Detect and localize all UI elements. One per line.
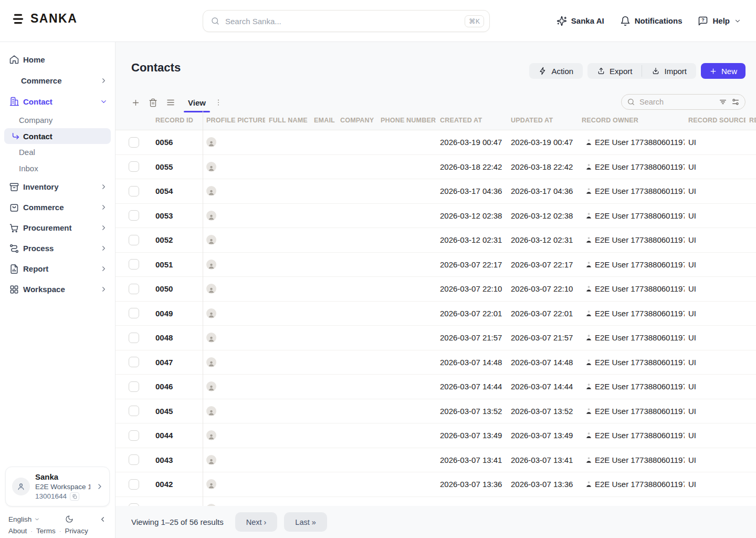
sidebar-item-process[interactable]: Process [0, 238, 115, 258]
table-row[interactable]: 0050 2026-03-07 22:10 2026-03-07 22:10 E… [116, 277, 756, 302]
list-view-icon[interactable] [166, 98, 175, 107]
row-checkbox[interactable] [129, 186, 139, 196]
table-row[interactable]: 0055 2026-03-18 22:42 2026-03-18 22:42 E… [116, 155, 756, 180]
new-button[interactable]: New [701, 63, 746, 79]
sidebar-item-report[interactable]: Report [0, 258, 115, 279]
filter-icon[interactable] [719, 98, 727, 106]
last-page-button[interactable]: Last » [284, 512, 327, 532]
global-search[interactable]: ⌘K [203, 10, 490, 32]
table-row[interactable]: E2E User 1773880601197 UI [116, 497, 756, 506]
sidebar-item-commerce-top[interactable]: Commerce [0, 70, 115, 91]
row-checkbox[interactable] [129, 503, 139, 506]
column-header[interactable]: UPDATED AT [507, 117, 578, 124]
table-row[interactable]: 0047 2026-03-07 14:48 2026-03-07 14:48 E… [116, 350, 756, 375]
row-checkbox[interactable] [129, 333, 139, 343]
table-search[interactable] [621, 94, 746, 110]
table-row[interactable]: 0053 2026-03-12 02:38 2026-03-12 02:38 E… [116, 204, 756, 229]
sanka-ai-button[interactable]: Sanka AI [556, 16, 604, 26]
column-header[interactable]: RECORD OWNER [578, 117, 685, 124]
record-id-cell: 0044 [155, 431, 203, 440]
row-checkbox[interactable] [129, 406, 139, 416]
sliders-icon[interactable] [731, 98, 740, 106]
table-row[interactable]: 0043 2026-03-07 13:41 2026-03-07 13:41 E… [116, 448, 756, 473]
kebab-menu-icon[interactable] [214, 98, 223, 107]
row-select-cell [129, 333, 155, 343]
updated-at-cell: 2026-03-17 04:36 [507, 187, 578, 195]
sidebar-item-procurement[interactable]: Procurement [0, 218, 115, 238]
sidebar-item-deal[interactable]: Deal [0, 144, 115, 160]
home-icon [9, 54, 19, 65]
sidebar-item-commerce[interactable]: Commerce [0, 197, 115, 218]
next-page-button[interactable]: Next › [235, 512, 278, 532]
column-header[interactable]: COMPANY [337, 117, 377, 124]
sidebar-item-workspace[interactable]: Workspace [0, 279, 115, 299]
column-header[interactable]: RECORD SOURCE [685, 117, 746, 124]
sidebar-item-contact[interactable]: Contact [0, 91, 115, 112]
add-view-icon[interactable] [131, 98, 140, 107]
view-tab[interactable]: View [188, 98, 206, 107]
updated-at-cell: 2026-03-12 02:38 [507, 211, 578, 220]
table-row[interactable]: 0045 2026-03-07 13:52 2026-03-07 13:52 E… [116, 399, 756, 424]
table-row[interactable]: 0051 2026-03-07 22:17 2026-03-07 22:17 E… [116, 253, 756, 277]
row-checkbox[interactable] [129, 137, 139, 148]
dark-mode-toggle-icon[interactable] [65, 515, 74, 523]
copy-icon[interactable] [70, 492, 79, 501]
column-header[interactable]: PROFILE PICTURE [203, 117, 265, 124]
updated-at-cell: 2026-03-07 14:48 [507, 358, 578, 367]
sanka-logo[interactable]: SANKA [12, 12, 77, 26]
table-row[interactable]: 0046 2026-03-07 14:44 2026-03-07 14:44 E… [116, 375, 756, 399]
row-checkbox[interactable] [129, 210, 139, 221]
sidebar-item-company[interactable]: Company [0, 112, 115, 128]
about-link[interactable]: About [8, 527, 27, 535]
column-header[interactable]: FULL NAME [265, 117, 310, 124]
row-select-cell [129, 357, 155, 367]
column-header[interactable]: RECORD ID [155, 117, 203, 124]
table-search-input[interactable] [639, 98, 715, 106]
column-header[interactable]: EMAIL [310, 117, 337, 124]
profile-picture-cell [203, 308, 265, 318]
language-selector[interactable]: English [8, 515, 40, 523]
row-checkbox[interactable] [129, 357, 139, 367]
table-row[interactable]: 0048 2026-03-07 21:57 2026-03-07 21:57 E… [116, 326, 756, 350]
row-checkbox[interactable] [129, 479, 139, 490]
row-checkbox[interactable] [129, 381, 139, 392]
import-button[interactable]: Import [642, 63, 696, 79]
avatar [206, 479, 216, 489]
workspace-card[interactable]: Sanka E2E Workspace 1... 13001644 [5, 467, 110, 506]
trash-icon[interactable] [149, 98, 158, 107]
row-checkbox[interactable] [129, 454, 139, 465]
row-checkbox[interactable] [129, 235, 139, 245]
row-select-cell [129, 430, 155, 441]
column-header[interactable]: CREATED AT [436, 117, 507, 124]
sidebar-item-home[interactable]: Home [0, 49, 115, 70]
created-at-cell: 2026-03-07 13:52 [436, 407, 507, 416]
table-row[interactable]: 0054 2026-03-17 04:36 2026-03-17 04:36 E… [116, 179, 756, 204]
record-owner-name: E2E User 1773880601197 [595, 333, 685, 342]
table-row[interactable]: 0049 2026-03-07 22:01 2026-03-07 22:01 E… [116, 302, 756, 326]
sidebar-item-contact-sub[interactable]: Contact [4, 128, 111, 144]
table-row[interactable]: 0042 2026-03-07 13:36 2026-03-07 13:36 E… [116, 472, 756, 497]
table-row[interactable]: 0052 2026-03-12 02:31 2026-03-12 02:31 E… [116, 228, 756, 253]
row-checkbox[interactable] [129, 308, 139, 318]
global-search-input[interactable] [225, 17, 465, 26]
table-body: 0056 2026-03-19 00:47 2026-03-19 00:47 E… [116, 130, 756, 506]
sidebar-item-inventory[interactable]: Inventory [0, 177, 115, 197]
help-button[interactable]: ? Help [698, 16, 741, 26]
privacy-link[interactable]: Privacy [65, 527, 88, 535]
row-checkbox[interactable] [129, 161, 139, 172]
chevron-right-icon [100, 203, 108, 211]
terms-link[interactable]: Terms [36, 527, 56, 535]
export-button[interactable]: Export [587, 63, 642, 79]
column-header[interactable]: RE [746, 117, 756, 124]
table-row[interactable]: 0056 2026-03-19 00:47 2026-03-19 00:47 E… [116, 130, 756, 155]
row-checkbox[interactable] [129, 284, 139, 294]
table-row[interactable]: 0044 2026-03-07 13:49 2026-03-07 13:49 E… [116, 423, 756, 448]
action-button[interactable]: Action [529, 63, 583, 79]
notifications-button[interactable]: Notifications [620, 16, 682, 26]
sidebar-item-inbox[interactable]: Inbox [0, 160, 115, 177]
row-checkbox[interactable] [129, 430, 139, 441]
column-header[interactable]: PHONE NUMBER [377, 117, 436, 124]
record-owner-cell: E2E User 1773880601197 [578, 407, 685, 416]
sidebar-collapse-icon[interactable] [99, 515, 107, 523]
row-checkbox[interactable] [129, 259, 139, 270]
